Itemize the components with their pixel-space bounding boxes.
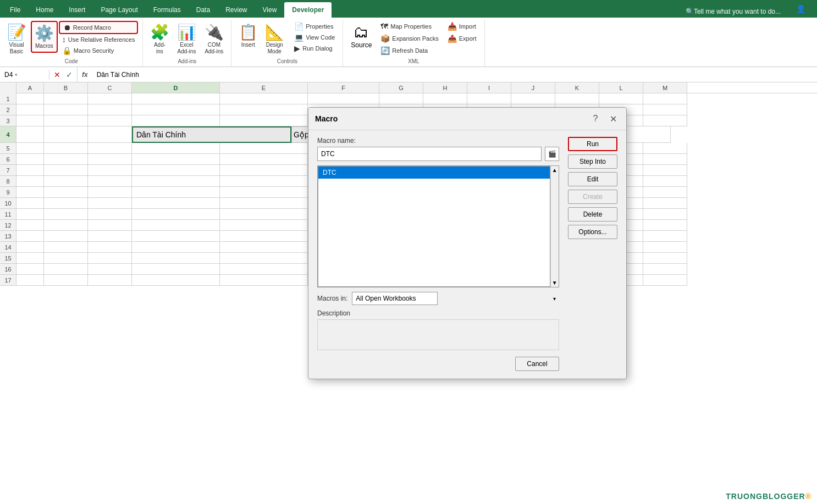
cell-ref-dropdown-icon[interactable]: ▾ — [15, 72, 18, 77]
cell-b4[interactable] — [44, 126, 88, 143]
cell-b14[interactable] — [44, 242, 88, 253]
cell-e9[interactable] — [220, 187, 308, 198]
cell-m4[interactable] — [627, 126, 671, 143]
run-dialog-button[interactable]: ▶ Run Dialog — [291, 43, 338, 54]
row-header-6[interactable]: 6 — [0, 154, 16, 165]
row-header-5[interactable]: 5 — [0, 143, 16, 154]
col-header-c[interactable]: C — [88, 82, 132, 93]
design-mode-button[interactable]: 📐 DesignMode — [262, 21, 286, 57]
row-header-16[interactable]: 16 — [0, 264, 16, 275]
cell-m16[interactable] — [643, 264, 687, 275]
cell-e10[interactable] — [220, 198, 308, 209]
cell-a7[interactable] — [16, 165, 44, 176]
cell-e8[interactable] — [220, 176, 308, 187]
cell-reference-box[interactable]: D4 ▾ — [0, 70, 49, 80]
row-header-2[interactable]: 2 — [0, 104, 16, 115]
cell-b12[interactable] — [44, 220, 88, 231]
macro-record-icon[interactable]: 🎬 — [545, 147, 559, 161]
row-header-3[interactable]: 3 — [0, 115, 16, 126]
refresh-data-button[interactable]: 🔄 Refresh Data — [377, 45, 441, 56]
cell-d10[interactable] — [132, 198, 220, 209]
row-header-17[interactable]: 17 — [0, 275, 16, 286]
cell-e16[interactable] — [220, 264, 308, 275]
cell-d6[interactable] — [132, 154, 220, 165]
cell-d5[interactable] — [132, 143, 220, 154]
cell-e7[interactable] — [220, 165, 308, 176]
cell-d4[interactable]: Dân Tài Chính — [132, 126, 291, 143]
cell-d2[interactable] — [132, 104, 220, 115]
expansion-packs-button[interactable]: 📦 Expansion Packs — [377, 33, 441, 44]
cell-m5[interactable] — [643, 143, 687, 154]
cell-a11[interactable] — [16, 209, 44, 220]
excel-addins-button[interactable]: 📊 ExcelAdd-ins — [174, 21, 199, 57]
cell-d13[interactable] — [132, 231, 220, 242]
cell-m10[interactable] — [643, 198, 687, 209]
col-header-f[interactable]: F — [308, 82, 379, 93]
cell-c16[interactable] — [88, 264, 132, 275]
cell-d16[interactable] — [132, 264, 220, 275]
function-wizard-button[interactable]: fx — [78, 71, 92, 79]
cell-g1[interactable] — [379, 93, 423, 104]
com-addins-button[interactable]: 🔌 COMAdd-ins — [201, 21, 227, 57]
cell-c11[interactable] — [88, 209, 132, 220]
cell-a3[interactable] — [16, 115, 44, 126]
cell-m8[interactable] — [643, 176, 687, 187]
macro-list-item-dtc[interactable]: DTC — [318, 167, 550, 179]
corner-cell[interactable] — [0, 82, 16, 93]
cell-b7[interactable] — [44, 165, 88, 176]
row-header-14[interactable]: 14 — [0, 242, 16, 253]
cell-e12[interactable] — [220, 220, 308, 231]
cell-a4[interactable] — [16, 126, 44, 143]
properties-button[interactable]: 📄 Properties — [291, 21, 338, 32]
col-header-e[interactable]: E — [220, 82, 308, 93]
col-header-j[interactable]: J — [511, 82, 555, 93]
cell-b5[interactable] — [44, 143, 88, 154]
cell-e6[interactable] — [220, 154, 308, 165]
macro-list[interactable]: DTC — [318, 166, 550, 287]
macro-name-input[interactable] — [317, 147, 542, 161]
col-header-k[interactable]: K — [555, 82, 599, 93]
row-header-8[interactable]: 8 — [0, 176, 16, 187]
cell-a8[interactable] — [16, 176, 44, 187]
cell-c14[interactable] — [88, 242, 132, 253]
cell-a5[interactable] — [16, 143, 44, 154]
cell-m7[interactable] — [643, 165, 687, 176]
cell-c5[interactable] — [88, 143, 132, 154]
cell-a12[interactable] — [16, 220, 44, 231]
cell-e15[interactable] — [220, 253, 308, 264]
tab-formulas[interactable]: Formulas — [146, 2, 189, 18]
macro-list-scrollbar[interactable]: ▲ ▼ — [550, 166, 559, 287]
cell-d8[interactable] — [132, 176, 220, 187]
cell-c13[interactable] — [88, 231, 132, 242]
delete-button[interactable]: Delete — [568, 207, 617, 221]
cell-i1[interactable] — [467, 93, 511, 104]
cell-c10[interactable] — [88, 198, 132, 209]
col-header-b[interactable]: B — [44, 82, 88, 93]
cell-a6[interactable] — [16, 154, 44, 165]
cell-c4[interactable] — [88, 126, 132, 143]
edit-button[interactable]: Edit — [568, 172, 617, 186]
row-header-11[interactable]: 11 — [0, 209, 16, 220]
cell-m6[interactable] — [643, 154, 687, 165]
row-header-12[interactable]: 12 — [0, 220, 16, 231]
tab-data[interactable]: Data — [189, 2, 218, 18]
cell-b8[interactable] — [44, 176, 88, 187]
cell-c8[interactable] — [88, 176, 132, 187]
search-bar[interactable]: 🔍 Tell me what you want to do... — [680, 5, 786, 18]
cell-c12[interactable] — [88, 220, 132, 231]
cell-d9[interactable] — [132, 187, 220, 198]
cell-b13[interactable] — [44, 231, 88, 242]
cell-c1[interactable] — [88, 93, 132, 104]
col-header-h[interactable]: H — [423, 82, 467, 93]
cell-e11[interactable] — [220, 209, 308, 220]
cell-a1[interactable] — [16, 93, 44, 104]
confirm-icon[interactable]: ✓ — [65, 70, 74, 79]
cell-l1[interactable] — [599, 93, 643, 104]
row-header-7[interactable]: 7 — [0, 165, 16, 176]
cell-a10[interactable] — [16, 198, 44, 209]
dialog-help-button[interactable]: ? — [589, 112, 602, 125]
cell-d17[interactable] — [132, 275, 220, 286]
cell-d12[interactable] — [132, 220, 220, 231]
cell-b3[interactable] — [44, 115, 88, 126]
macros-button[interactable]: ⚙️ Macros — [31, 21, 58, 53]
